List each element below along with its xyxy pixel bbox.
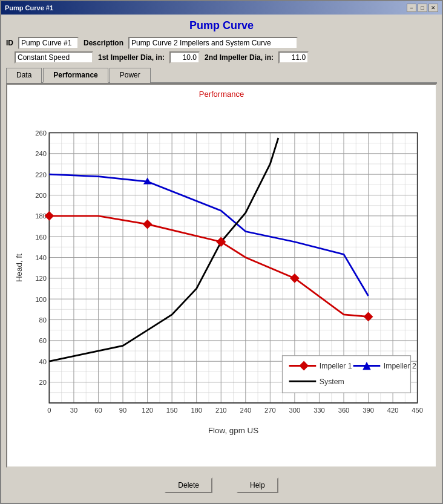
form-row-2: Constant Speed 1st Impeller Dia, in: 2nd…: [6, 51, 437, 64]
delete-button[interactable]: Delete: [165, 477, 212, 493]
svg-text:120: 120: [35, 275, 47, 282]
svg-text:360: 360: [338, 407, 350, 414]
svg-text:0: 0: [47, 407, 51, 414]
svg-text:120: 120: [142, 407, 153, 414]
app-title: Pump Curve: [6, 19, 437, 32]
svg-text:40: 40: [39, 358, 47, 365]
svg-rect-128: [282, 356, 410, 393]
svg-text:80: 80: [39, 316, 47, 324]
svg-text:60: 60: [39, 337, 47, 344]
chart-area: 2040608010012014016018020022024026003060…: [12, 101, 431, 462]
svg-text:450: 450: [412, 407, 423, 414]
title-bar: Pump Curve #1 − □ ✕: [1, 1, 442, 15]
svg-text:30: 30: [70, 407, 77, 414]
minimize-button[interactable]: −: [407, 4, 416, 12]
svg-text:Head, ft: Head, ft: [15, 254, 24, 282]
svg-text:220: 220: [35, 171, 47, 178]
description-label: Description: [84, 39, 123, 47]
svg-text:420: 420: [387, 407, 399, 414]
description-input[interactable]: [128, 37, 298, 49]
imp2-label: 2nd Impeller Dia, in:: [205, 53, 274, 62]
svg-text:System: System: [320, 378, 344, 386]
speed-dropdown-wrapper: Constant Speed: [15, 51, 93, 64]
tab-power[interactable]: Power: [110, 68, 151, 83]
svg-text:270: 270: [264, 407, 276, 414]
imp1-input[interactable]: [169, 51, 200, 64]
svg-text:150: 150: [166, 407, 178, 414]
imp1-label: 1st Impeller Dia, in:: [98, 53, 165, 62]
form-row-1: ID Description: [6, 37, 437, 49]
window-title: Pump Curve #1: [5, 4, 53, 11]
main-window: Pump Curve #1 − □ ✕ Pump Curve ID Descri…: [0, 0, 443, 504]
svg-text:90: 90: [119, 407, 126, 414]
tab-performance[interactable]: Performance: [43, 68, 108, 83]
imp2-input[interactable]: [278, 51, 309, 64]
close-button[interactable]: ✕: [428, 4, 438, 12]
svg-text:240: 240: [35, 150, 47, 157]
speed-type-dropdown[interactable]: Constant Speed: [15, 51, 93, 64]
svg-text:300: 300: [289, 407, 301, 414]
help-button[interactable]: Help: [237, 477, 278, 493]
bottom-buttons: Delete Help: [6, 468, 437, 498]
window-controls: − □ ✕: [407, 4, 438, 12]
svg-text:200: 200: [35, 192, 47, 199]
svg-text:240: 240: [240, 407, 251, 414]
chart-panel: Performance 2040608010012014016018020022…: [6, 83, 437, 468]
svg-text:100: 100: [35, 296, 47, 303]
svg-text:20: 20: [39, 379, 47, 386]
svg-text:140: 140: [35, 254, 47, 261]
svg-text:Impeller 1: Impeller 1: [320, 362, 352, 370]
chart-title: Performance: [199, 90, 244, 99]
maximize-button[interactable]: □: [418, 4, 427, 12]
svg-text:390: 390: [363, 407, 374, 414]
window-content: Pump Curve ID Description Constant Speed…: [1, 15, 442, 503]
chart-svg: 2040608010012014016018020022024026003060…: [12, 101, 431, 462]
svg-text:Impeller 2: Impeller 2: [384, 362, 416, 370]
tabs-container: Data Performance Power: [6, 67, 437, 83]
svg-text:260: 260: [35, 129, 47, 137]
svg-text:180: 180: [191, 407, 202, 414]
id-input[interactable]: [18, 37, 79, 49]
svg-text:Flow, gpm US: Flow, gpm US: [208, 426, 258, 435]
svg-text:60: 60: [94, 407, 102, 414]
svg-text:210: 210: [215, 407, 227, 414]
svg-text:160: 160: [35, 234, 47, 241]
svg-text:330: 330: [313, 407, 325, 414]
tab-data[interactable]: Data: [6, 68, 42, 83]
id-label: ID: [6, 39, 13, 47]
